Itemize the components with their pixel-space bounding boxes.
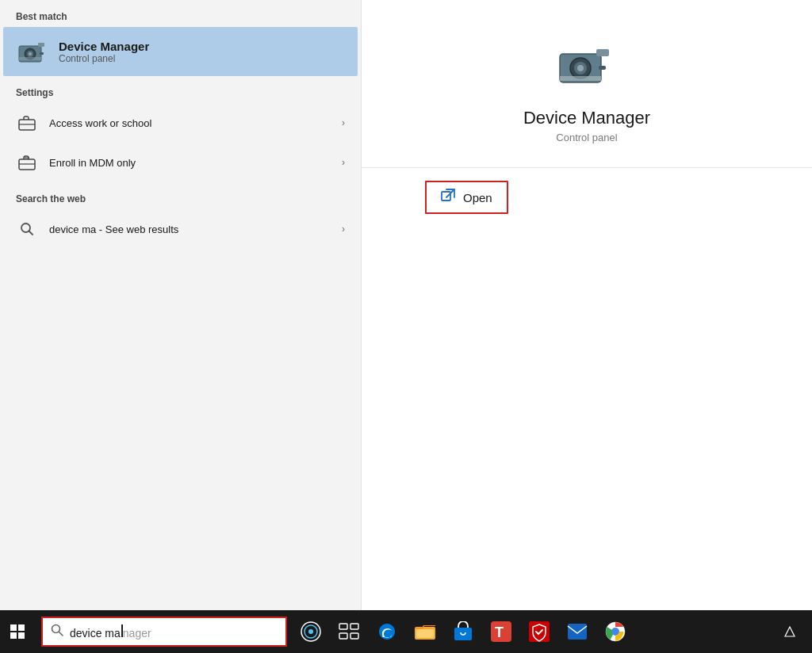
task-view-icon[interactable] bbox=[331, 610, 366, 653]
chevron-right-icon: › bbox=[342, 117, 345, 128]
web-search-item[interactable]: device ma - See web results › bbox=[0, 209, 361, 249]
best-match-device-manager[interactable]: Device Manager Control panel bbox=[3, 27, 358, 76]
chevron-right-icon2: › bbox=[342, 157, 345, 168]
chrome-icon[interactable] bbox=[598, 610, 633, 653]
store-icon[interactable] bbox=[446, 610, 481, 653]
best-match-subtitle: Control panel bbox=[59, 53, 149, 64]
best-match-text: Device Manager Control panel bbox=[59, 40, 149, 64]
taskbar-search-icon bbox=[51, 624, 63, 640]
edge-icon[interactable] bbox=[370, 610, 404, 653]
svg-rect-29 bbox=[350, 624, 358, 629]
web-search-label: Search the web bbox=[0, 182, 361, 209]
best-match-title: Device Manager bbox=[59, 40, 149, 53]
left-panel: Best match Device Manager Control panel bbox=[0, 0, 361, 610]
taskbar: device manager bbox=[0, 610, 812, 653]
svg-rect-30 bbox=[339, 633, 347, 639]
taskbar-search-text: device manager bbox=[70, 624, 151, 640]
system-tray bbox=[774, 610, 812, 653]
svg-point-3 bbox=[29, 52, 32, 55]
svg-rect-5 bbox=[40, 52, 44, 55]
svg-rect-18 bbox=[596, 49, 609, 56]
svg-rect-6 bbox=[19, 57, 41, 60]
start-button[interactable] bbox=[0, 610, 35, 653]
svg-rect-21 bbox=[442, 192, 450, 200]
best-match-label: Best match bbox=[0, 0, 361, 27]
svg-rect-31 bbox=[350, 633, 358, 639]
device-manager-icon bbox=[16, 35, 49, 68]
tray-icons[interactable] bbox=[774, 610, 806, 653]
svg-line-13 bbox=[29, 231, 33, 235]
settings-item-label2: Enroll in MDM only bbox=[49, 157, 342, 169]
taskbar-icon-group: T bbox=[293, 610, 633, 653]
svg-rect-4 bbox=[38, 43, 44, 47]
cortana-icon[interactable] bbox=[293, 610, 328, 653]
settings-item-label: Access work or school bbox=[49, 117, 342, 129]
web-search-text: device ma - See web results bbox=[49, 223, 342, 235]
taskbar-search-bar[interactable]: device manager bbox=[41, 617, 287, 647]
svg-text:T: T bbox=[495, 624, 504, 640]
mail-icon[interactable] bbox=[560, 610, 595, 653]
svg-point-17 bbox=[577, 65, 584, 71]
windows-logo-icon bbox=[10, 624, 25, 639]
settings-list: Access work or school › Enroll in MDM on… bbox=[0, 103, 361, 182]
divider bbox=[362, 167, 812, 168]
right-app-subtitle: Control panel bbox=[556, 132, 617, 143]
svg-point-41 bbox=[612, 628, 619, 635]
settings-item-access-work[interactable]: Access work or school › bbox=[0, 103, 361, 143]
svg-rect-19 bbox=[599, 66, 606, 70]
svg-rect-20 bbox=[560, 76, 601, 81]
right-panel: Device Manager Control panel Open bbox=[361, 0, 812, 610]
open-button[interactable]: Open bbox=[425, 181, 508, 214]
settings-label: Settings bbox=[0, 76, 361, 103]
antivirus-icon[interactable] bbox=[522, 610, 557, 653]
svg-point-27 bbox=[308, 629, 313, 634]
search-icon bbox=[16, 218, 38, 240]
svg-rect-28 bbox=[339, 624, 347, 629]
svg-marker-42 bbox=[785, 627, 795, 636]
svg-line-24 bbox=[59, 632, 63, 636]
chevron-right-icon3: › bbox=[342, 223, 345, 235]
settings-item-enroll-mdm[interactable]: Enroll in MDM only › bbox=[0, 143, 361, 182]
briefcase-icon bbox=[16, 112, 38, 134]
todoist-icon[interactable]: T bbox=[484, 610, 519, 653]
svg-rect-38 bbox=[568, 624, 587, 640]
right-device-manager-icon bbox=[555, 40, 619, 95]
right-app-title: Device Manager bbox=[523, 108, 650, 128]
open-label: Open bbox=[463, 191, 492, 204]
svg-rect-33 bbox=[416, 629, 434, 638]
svg-rect-34 bbox=[454, 628, 472, 640]
open-external-icon bbox=[441, 189, 455, 206]
explorer-icon[interactable] bbox=[408, 610, 442, 653]
briefcase2-icon bbox=[16, 151, 38, 174]
